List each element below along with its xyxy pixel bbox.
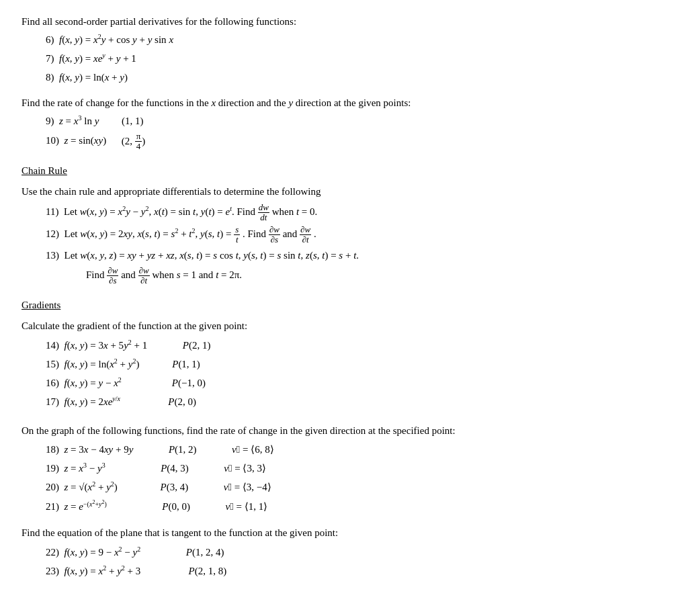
directional-problems: 18) z = 3x − 4xy + 9y P(1, 2) v⃗ = ⟨6, 8… xyxy=(46,442,666,515)
problem-23: 23) f(x, y) = x2 + y2 + 3 P(2, 1, 8) xyxy=(46,563,666,579)
problem-13-find: Find ∂w ∂s and ∂w ∂t when s = 1 and t = … xyxy=(86,266,666,286)
rate-of-change-header: Find the rate of change for the function… xyxy=(22,97,666,109)
section-partial-derivatives: Find all second-order partial derivative… xyxy=(22,16,666,85)
problem-19: 19) z = x3 − y3 P(4, 3) v⃗ = ⟨3, 3⟩ xyxy=(46,460,666,476)
partial-derivatives-header: Find all second-order partial derivative… xyxy=(22,16,666,28)
section-gradients: Gradients Calculate the gradient of the … xyxy=(22,300,666,413)
problem-15: 15) f(x, y) = ln(x2 + y2) P(1, 1) xyxy=(46,356,210,372)
dw-ds-frac-13: ∂w ∂s xyxy=(107,266,118,286)
page-content: Find all second-order partial derivative… xyxy=(22,16,666,579)
problem-11: 11) Let w(x, y) = x2y − y2, x(t) = sin t… xyxy=(46,203,666,223)
tangent-header: Find the equation of the plane that is t… xyxy=(22,527,666,539)
chain-rule-title: Chain Rule xyxy=(22,165,666,177)
rate-of-change-problems: 9) z = x3 ln y (1, 1) 10) z = sin(xy) (2… xyxy=(46,113,666,152)
problem-20: 20) z = √(x2 + y2) P(3, 4) v⃗ = ⟨3, −4⟩ xyxy=(46,479,666,495)
problem-8: 8) f(x, y) = ln(x + y) xyxy=(46,70,666,85)
section-rate-of-change: Find the rate of change for the function… xyxy=(22,97,666,152)
gradients-problems: 14) f(x, y) = 3x + 5y2 + 1 P(2, 1) 15) f… xyxy=(46,337,666,413)
problem-6: 6) f(x, y) = x2y + cos y + y sin x xyxy=(46,32,666,48)
problem-21: 21) z = e−(x2+y2) P(0, 0) v⃗ = ⟨1, 1⟩ xyxy=(46,498,666,515)
partial-derivatives-problems: 6) f(x, y) = x2y + cos y + y sin x 7) f(… xyxy=(46,32,666,85)
problem-10: 10) z = sin(xy) (2, π 4 ) xyxy=(46,132,666,152)
chain-rule-problems: 11) Let w(x, y) = x2y − y2, x(t) = sin t… xyxy=(46,203,666,286)
dw-dt-frac-12: ∂w ∂t xyxy=(300,225,311,245)
problem-7: 7) f(x, y) = xey + y + 1 xyxy=(46,50,666,67)
dw-dt-frac-13: ∂w ∂t xyxy=(138,266,150,286)
gradients-intro: Calculate the gradient of the function a… xyxy=(22,320,666,332)
s-over-t-frac: s t xyxy=(234,225,240,245)
dw-dt-frac-11: dw dt xyxy=(258,203,269,223)
section-directional: On the graph of the following functions,… xyxy=(22,425,666,515)
chain-rule-intro: Use the chain rule and appropriate diffe… xyxy=(22,186,666,197)
fraction-pi-4: π 4 xyxy=(135,132,142,152)
dw-ds-frac-12: ∂w ∂s xyxy=(269,225,280,245)
problem-17: 17) f(x, y) = 2xey/x P(2, 0) xyxy=(46,394,210,410)
problem-13: 13) Let w(x, y, z) = xy + yz + xz, x(s, … xyxy=(46,248,666,263)
problem-9: 9) z = x3 ln y (1, 1) xyxy=(46,113,666,129)
gradients-col-problems: 14) f(x, y) = 3x + 5y2 + 1 P(2, 1) 15) f… xyxy=(46,337,210,413)
problem-22: 22) f(x, y) = 9 − x2 − y2 P(1, 2, 4) xyxy=(46,544,666,560)
problem-16: 16) f(x, y) = y − x2 P(−1, 0) xyxy=(46,375,210,391)
section-tangent: Find the equation of the plane that is t… xyxy=(22,527,666,580)
problem-18: 18) z = 3x − 4xy + 9y P(1, 2) v⃗ = ⟨6, 8… xyxy=(46,442,666,457)
directional-header: On the graph of the following functions,… xyxy=(22,425,666,437)
gradients-title: Gradients xyxy=(22,300,666,311)
problem-14: 14) f(x, y) = 3x + 5y2 + 1 P(2, 1) xyxy=(46,337,210,353)
section-chain-rule: Chain Rule Use the chain rule and approp… xyxy=(22,165,666,286)
tangent-problems: 22) f(x, y) = 9 − x2 − y2 P(1, 2, 4) 23)… xyxy=(46,544,666,580)
gradients-columns: 14) f(x, y) = 3x + 5y2 + 1 P(2, 1) 15) f… xyxy=(46,337,666,413)
problem-12: 12) Let w(x, y) = 2xy, x(s, t) = s2 + t2… xyxy=(46,225,666,245)
